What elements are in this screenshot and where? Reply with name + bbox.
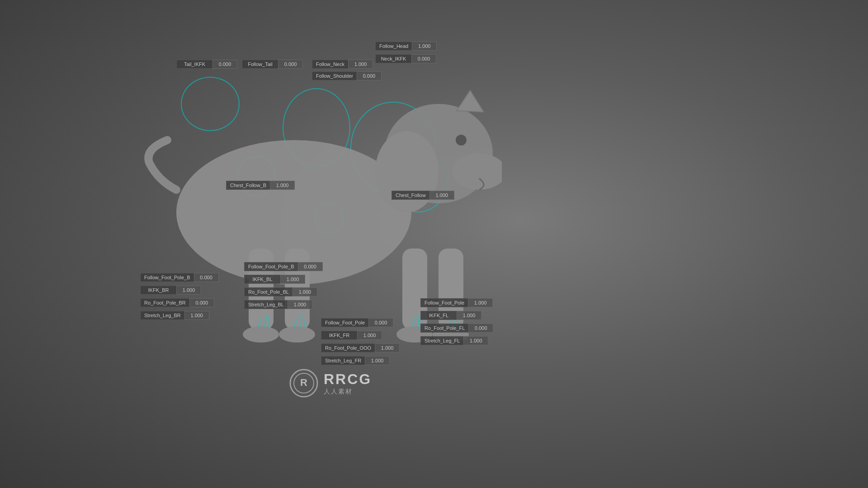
stretch-leg-fr-label: Stretch_Leg_FR [321, 356, 365, 365]
ro-foot-pole-bl-value[interactable]: 1.000 [292, 287, 317, 296]
svg-marker-12 [457, 90, 484, 112]
follow-neck-value[interactable]: 1.000 [348, 60, 373, 69]
follow-foot-pole-br-value[interactable]: 0.000 [194, 273, 219, 282]
ikfk-br-control[interactable]: IKFK_BR 1.000 [140, 286, 201, 295]
follow-foot-pole-br-label: Follow_Foot_Pole_B [140, 273, 194, 282]
ro-foot-pole-fr-label: Ro_Foot_Pole_OOO [321, 343, 375, 352]
neck-ikfk-label: Neck_IKFK [375, 54, 411, 63]
chest-follow-b-value[interactable]: 1.000 [270, 181, 295, 190]
svg-text:R: R [300, 377, 307, 388]
chest-follow-b-label: Chest_Follow_B [226, 181, 270, 190]
follow-neck-label: Follow_Neck [312, 60, 348, 69]
follow-head-label: Follow_Head [375, 42, 412, 51]
follow-shoulder-value[interactable]: 0.000 [357, 71, 382, 80]
follow-foot-pole-fl-value[interactable]: 1.000 [468, 298, 493, 307]
watermark-chinese: 人人素材 [324, 388, 372, 396]
ikfk-fl-control[interactable]: IKFK_FL 1.000 [420, 311, 481, 320]
ro-foot-pole-fl-value[interactable]: 0.000 [468, 324, 493, 333]
ikfk-bl-label: IKFK_BL [244, 275, 280, 284]
ikfk-bl-control[interactable]: IKFK_BL 1.000 [244, 275, 305, 284]
ikfk-fl-value[interactable]: 1.000 [457, 311, 481, 320]
stretch-leg-fr-control[interactable]: Stretch_Leg_FR 1.000 [321, 356, 390, 365]
tail-ikfk-label: Tail_IKFK [176, 60, 212, 69]
neck-ikfk-value[interactable]: 0.000 [411, 54, 436, 63]
ro-foot-pole-br-control[interactable]: Ro_Foot_Pole_BR 0.000 [140, 298, 214, 307]
ro-foot-pole-br-value[interactable]: 0.000 [189, 298, 214, 307]
follow-shoulder-label: Follow_Shoulder [312, 71, 357, 80]
follow-head-value[interactable]: 1.000 [412, 42, 437, 51]
chest-follow-label: Chest_Follow [392, 191, 429, 200]
chest-follow-value[interactable]: 1.000 [429, 191, 454, 200]
watermark-logo-icon: R [289, 369, 318, 398]
chest-follow-b-control[interactable]: Chest_Follow_B 1.000 [226, 181, 295, 190]
ro-foot-pole-fr-control[interactable]: Ro_Foot_Pole_OOO 1.000 [321, 343, 400, 352]
watermark-brand: RRCG [324, 371, 372, 388]
ikfk-fr-value[interactable]: 1.000 [357, 331, 382, 340]
tail-ikfk-control[interactable]: Tail_IKFK 0.000 [176, 60, 237, 69]
ro-foot-pole-fl-label: Ro_Foot_Pole_FL [420, 324, 468, 333]
ro-foot-pole-fl-control[interactable]: Ro_Foot_Pole_FL 0.000 [420, 324, 493, 333]
ikfk-br-value[interactable]: 1.000 [176, 286, 201, 295]
follow-tail-value[interactable]: 0.000 [278, 60, 303, 69]
follow-foot-pole-fl-control[interactable]: Follow_Foot_Pole 1.000 [420, 298, 493, 307]
neck-ikfk-control[interactable]: Neck_IKFK 0.000 [375, 54, 436, 63]
follow-foot-pole-br-control[interactable]: Follow_Foot_Pole_B 0.000 [140, 273, 219, 282]
ikfk-br-label: IKFK_BR [140, 286, 176, 295]
watermark: R RRCG 人人素材 [289, 369, 372, 398]
ro-foot-pole-bl-label: Ro_Foot_Pole_BL [244, 287, 292, 296]
follow-neck-control[interactable]: Follow_Neck 1.000 [312, 60, 373, 69]
ro-foot-pole-br-label: Ro_Foot_Pole_BR [140, 298, 189, 307]
chest-follow-control[interactable]: Chest_Follow 1.000 [392, 191, 454, 200]
stretch-leg-fl-label: Stretch_Leg_FL [420, 336, 463, 345]
ikfk-fr-label: IKFK_FR [321, 331, 357, 340]
follow-foot-pole-bl-control[interactable]: Follow_Foot_Pole_B 0.000 [244, 262, 323, 271]
svg-point-11 [279, 326, 315, 343]
main-viewport: Tail_IKFK 0.000 Follow_Tail 0.000 Follow… [0, 0, 868, 488]
stretch-leg-bl-label: Stretch_Leg_BL [244, 300, 288, 309]
follow-foot-pole-fr-control[interactable]: Follow_Foot_Pole 0.000 [321, 318, 393, 327]
ikfk-fl-label: IKFK_FL [420, 311, 457, 320]
follow-foot-pole-bl-label: Follow_Foot_Pole_B [244, 262, 298, 271]
svg-point-13 [456, 135, 467, 145]
stretch-leg-fr-value[interactable]: 1.000 [365, 356, 390, 365]
follow-tail-control[interactable]: Follow_Tail 0.000 [242, 60, 303, 69]
svg-point-3 [375, 131, 439, 212]
watermark-text-block: RRCG 人人素材 [324, 371, 372, 396]
stretch-leg-fl-control[interactable]: Stretch_Leg_FL 1.000 [420, 336, 488, 345]
follow-head-control[interactable]: Follow_Head 1.000 [375, 42, 437, 51]
ro-foot-pole-fr-value[interactable]: 1.000 [375, 343, 400, 352]
follow-tail-label: Follow_Tail [242, 60, 278, 69]
svg-point-10 [243, 326, 279, 343]
stretch-leg-br-label: Stretch_Leg_BR [140, 311, 184, 320]
stretch-leg-bl-value[interactable]: 1.000 [288, 300, 312, 309]
ro-foot-pole-bl-control[interactable]: Ro_Foot_Pole_BL 1.000 [244, 287, 317, 296]
follow-shoulder-control[interactable]: Follow_Shoulder 0.000 [312, 71, 382, 80]
follow-foot-pole-fr-label: Follow_Foot_Pole [321, 318, 368, 327]
stretch-leg-fl-value[interactable]: 1.000 [463, 336, 488, 345]
follow-foot-pole-fr-value[interactable]: 0.000 [368, 318, 393, 327]
follow-foot-pole-fl-label: Follow_Foot_Pole [420, 298, 468, 307]
ikfk-bl-value[interactable]: 1.000 [280, 275, 305, 284]
stretch-leg-bl-control[interactable]: Stretch_Leg_BL 1.000 [244, 300, 312, 309]
tail-ikfk-value[interactable]: 0.000 [212, 60, 237, 69]
follow-foot-pole-bl-value[interactable]: 0.000 [298, 262, 323, 271]
stretch-leg-br-value[interactable]: 1.000 [184, 311, 209, 320]
ikfk-fr-control[interactable]: IKFK_FR 1.000 [321, 331, 382, 340]
stretch-leg-br-control[interactable]: Stretch_Leg_BR 1.000 [140, 311, 209, 320]
